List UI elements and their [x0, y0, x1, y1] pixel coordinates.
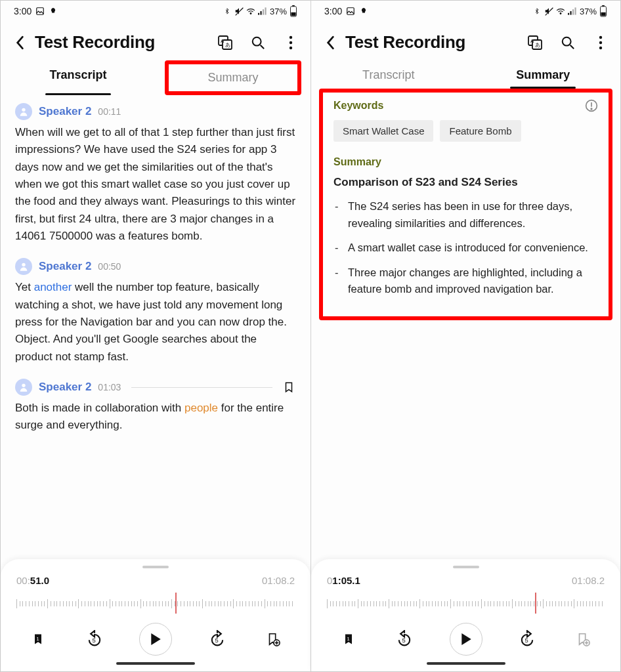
- svg-point-16: [289, 35, 292, 38]
- svg-rect-3: [258, 13, 259, 15]
- info-icon[interactable]: [585, 99, 598, 112]
- playhead[interactable]: [535, 593, 536, 614]
- svg-line-15: [261, 45, 265, 49]
- timeline-track[interactable]: [16, 591, 295, 615]
- android-nav-bar[interactable]: [116, 662, 195, 665]
- svg-rect-4: [260, 11, 261, 15]
- player-bar: 00:51.0 01:08.2 1 5 5: [1, 559, 310, 671]
- bookmark-outline-icon[interactable]: [283, 381, 296, 394]
- translate-icon[interactable]: Aあ: [217, 35, 233, 51]
- bookmark-filled-icon[interactable]: 1: [337, 628, 360, 650]
- page-title: Test Recording: [35, 32, 200, 52]
- svg-point-21: [22, 384, 25, 387]
- add-bookmark-icon[interactable]: [572, 628, 594, 650]
- back-button[interactable]: [323, 35, 337, 50]
- mute-icon: [234, 7, 244, 16]
- status-time: 3:00: [324, 6, 342, 16]
- android-nav-bar[interactable]: [427, 662, 505, 665]
- bookmark-filled-icon[interactable]: 1: [27, 628, 49, 650]
- signal-icon: [258, 7, 267, 16]
- drag-handle[interactable]: [142, 566, 169, 568]
- back-button[interactable]: [12, 35, 27, 50]
- timestamp: 01:03: [98, 382, 121, 392]
- add-bookmark-icon[interactable]: [262, 628, 284, 650]
- search-icon[interactable]: [560, 35, 576, 51]
- svg-text:5: 5: [92, 637, 95, 644]
- keywords-heading: Keywords: [333, 99, 598, 112]
- transcript-content: Speaker 2 00:11 When will we get to all …: [1, 95, 310, 559]
- transcript-text[interactable]: Both is made in collaboration with peopl…: [15, 400, 296, 434]
- svg-rect-5: [263, 9, 264, 14]
- rewind-5-icon[interactable]: 5: [393, 628, 416, 650]
- svg-rect-6: [265, 7, 266, 14]
- status-time: 3:00: [14, 6, 32, 16]
- svg-rect-32: [570, 11, 571, 15]
- drag-handle[interactable]: [453, 566, 479, 568]
- play-button[interactable]: [139, 623, 172, 656]
- transcript-block: Speaker 2 00:11 When will we get to all …: [15, 103, 296, 245]
- transcript-block: Speaker 2 01:03 Both is made in collabor…: [15, 379, 296, 434]
- svg-point-44: [599, 35, 602, 38]
- svg-point-49: [591, 108, 592, 110]
- tab-transcript-label: Transcript: [49, 68, 106, 81]
- svg-point-18: [289, 46, 292, 49]
- bluetooth-icon: [223, 7, 232, 16]
- svg-point-46: [599, 46, 602, 49]
- more-icon[interactable]: [593, 35, 609, 51]
- svg-rect-9: [291, 12, 295, 16]
- tab-transcript[interactable]: Transcript: [311, 63, 466, 89]
- summary-bullet: Three major changes are highlighted, inc…: [333, 264, 598, 298]
- status-battery-pct: 37%: [580, 7, 597, 16]
- total-time: 01:08.2: [572, 575, 605, 586]
- timestamp: 00:11: [98, 106, 121, 117]
- svg-point-20: [22, 263, 25, 266]
- transcript-block: Speaker 2 00:50 Yet another well the num…: [15, 258, 296, 366]
- svg-text:A: A: [221, 38, 225, 44]
- battery-icon: [599, 5, 607, 17]
- summary-bullets: The S24 series has been in use for three…: [333, 198, 598, 298]
- avatar-icon: [15, 103, 32, 120]
- player-bar: 01:05.1 01:08.2 1 5 5: [311, 559, 620, 671]
- svg-point-30: [560, 13, 561, 14]
- tab-summary[interactable]: Summary: [165, 60, 301, 95]
- more-icon[interactable]: [283, 35, 299, 51]
- wifi-icon: [246, 7, 255, 16]
- forward-5-icon[interactable]: 5: [516, 628, 538, 650]
- summary-heading: Summary: [333, 156, 598, 168]
- phone-right: 3:00 37% Test Recording Aあ: [310, 1, 620, 671]
- tab-transcript[interactable]: Transcript: [1, 63, 156, 95]
- translate-icon[interactable]: Aあ: [527, 35, 543, 51]
- svg-rect-33: [572, 9, 574, 14]
- forward-5-icon[interactable]: 5: [206, 628, 228, 650]
- app-header: Test Recording Aあ: [311, 20, 620, 59]
- speaker-label: Speaker 2: [39, 105, 91, 118]
- tab-summary-label: Summary: [207, 71, 258, 84]
- wifi-icon: [556, 7, 565, 16]
- transcript-text[interactable]: When will we get to all of that 1 step f…: [15, 124, 296, 245]
- transcript-text[interactable]: Yet another well the number top feature,…: [15, 279, 296, 366]
- rewind-5-icon[interactable]: 5: [83, 628, 106, 650]
- svg-point-19: [22, 108, 25, 112]
- keyword-chip[interactable]: Feature Bomb: [440, 120, 521, 142]
- status-bar: 3:00 37%: [1, 1, 310, 20]
- timeline-track[interactable]: [327, 591, 605, 615]
- keyword-chip[interactable]: Smart Wallet Case: [333, 120, 433, 142]
- tab-bar: Transcript Summary: [1, 59, 310, 95]
- highlight-link[interactable]: people: [184, 402, 218, 414]
- tab-summary[interactable]: Summary: [466, 63, 621, 89]
- svg-text:5: 5: [402, 637, 406, 644]
- keyword-chips: Smart Wallet Case Feature Bomb: [333, 120, 598, 142]
- divider: [131, 387, 272, 388]
- avatar-icon: [15, 379, 32, 396]
- mute-icon: [544, 7, 553, 16]
- play-button[interactable]: [450, 623, 482, 656]
- search-icon[interactable]: [250, 35, 266, 51]
- playhead[interactable]: [175, 593, 177, 614]
- gallery-icon: [346, 7, 355, 16]
- svg-point-17: [289, 41, 292, 43]
- summary-bullet: A smart wallet case is introduced for co…: [333, 240, 598, 257]
- svg-point-42: [563, 37, 571, 45]
- svg-line-43: [570, 45, 574, 49]
- highlight-link[interactable]: another: [34, 281, 72, 293]
- signal-icon: [568, 7, 577, 16]
